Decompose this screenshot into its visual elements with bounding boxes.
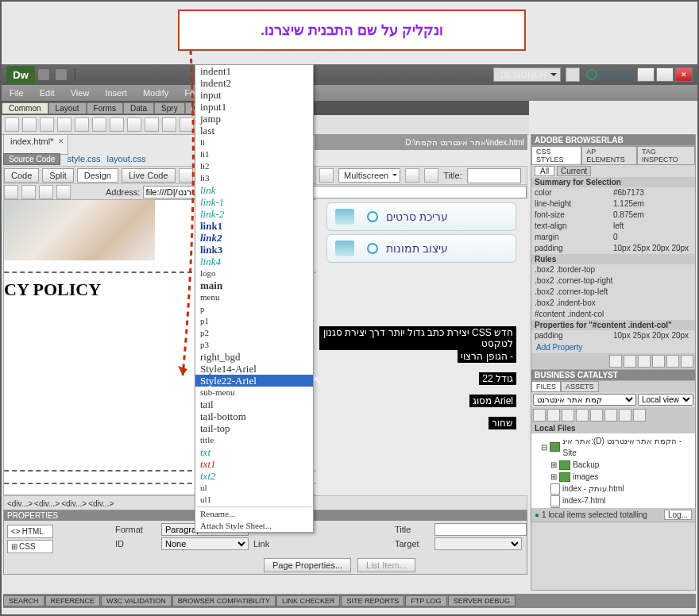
browserlab-panel[interactable]: ADOBE BROWSERLAB xyxy=(531,135,695,145)
class-option[interactable]: title xyxy=(195,434,313,446)
source-code-button[interactable]: Source Code xyxy=(3,153,60,165)
class-option[interactable]: p xyxy=(195,303,313,315)
page-properties-button[interactable]: Page Properties... xyxy=(264,558,351,572)
file-item[interactable]: index - עותק.html xyxy=(535,483,692,495)
menu-item[interactable]: Attach Style Sheet... xyxy=(195,520,313,532)
class-option[interactable]: indent2 xyxy=(195,77,313,89)
class-option[interactable]: Style14-Ariel xyxy=(195,363,313,375)
html-tab[interactable]: <> HTML xyxy=(7,525,53,538)
home-icon[interactable] xyxy=(56,185,71,199)
class-option[interactable]: link2 xyxy=(195,232,313,244)
class-option[interactable]: txt1 xyxy=(195,458,313,470)
extend-icon[interactable] xyxy=(56,69,67,80)
class-option[interactable]: Style22-Ariel↖ xyxy=(195,375,313,387)
class-option[interactable]: link1 xyxy=(195,220,313,232)
back-icon[interactable] xyxy=(4,185,18,199)
class-option[interactable]: sub-menu xyxy=(195,387,313,398)
log-button[interactable]: Log... xyxy=(664,510,692,520)
class-option[interactable]: li1 xyxy=(195,148,313,160)
maximize-button[interactable]: ☐ xyxy=(656,67,674,82)
class-option[interactable]: last xyxy=(195,125,313,137)
css-tab[interactable]: ⊞ CSS xyxy=(7,540,53,553)
menu-item[interactable]: Rename... xyxy=(195,508,313,520)
refresh-icon[interactable] xyxy=(39,185,53,199)
current-button[interactable]: Current xyxy=(557,166,591,176)
class-option[interactable]: p3 xyxy=(195,339,313,351)
css-styles-tab[interactable]: CSS STYLES xyxy=(531,146,581,165)
close-button[interactable]: ✕ xyxy=(675,67,693,82)
tool-icon[interactable] xyxy=(127,117,141,132)
file-item[interactable]: ⊞ images xyxy=(535,471,692,483)
class-option[interactable]: ul1 xyxy=(195,494,313,506)
options-icon[interactable] xyxy=(424,168,438,183)
menu-insert[interactable]: Insert xyxy=(97,88,135,98)
business-catalyst-panel[interactable]: BUSINESS CATALYST xyxy=(531,370,695,380)
target-select[interactable] xyxy=(434,537,522,550)
ap-elements-tab[interactable]: AP ELEMENTS xyxy=(581,146,637,165)
class-option[interactable]: p2 xyxy=(195,327,313,339)
tool-icon[interactable] xyxy=(110,117,124,132)
title-field[interactable] xyxy=(434,523,527,536)
class-option[interactable]: tail-top xyxy=(195,422,313,434)
multiscreen-combo[interactable]: Multiscreen xyxy=(338,168,400,183)
class-option[interactable]: txt2 xyxy=(195,470,313,482)
refresh-icon[interactable] xyxy=(405,168,419,183)
files-tree[interactable]: ⊟ אתר אינ:(D) הקמת אתר אינטרנט - Site ⊞ … xyxy=(531,433,695,508)
close-icon[interactable]: ✕ xyxy=(58,137,64,145)
split-view-button[interactable]: Split xyxy=(42,168,73,183)
files-tab[interactable]: FILES xyxy=(531,381,561,392)
class-option[interactable]: main xyxy=(195,279,313,291)
tool-icon[interactable] xyxy=(22,117,37,132)
class-option[interactable]: li3 xyxy=(195,172,313,184)
tool-icon[interactable] xyxy=(92,117,106,132)
design-view-button[interactable]: Design xyxy=(77,168,118,183)
tag-inspector-tab[interactable]: TAG INSPECTO xyxy=(637,146,695,165)
nav-panel[interactable]: עיצוב תמונות xyxy=(326,234,516,263)
code-view-button[interactable]: Code xyxy=(4,168,39,183)
class-option[interactable]: li2 xyxy=(195,160,313,172)
file-item[interactable]: index-7.html xyxy=(535,495,692,506)
stop-icon[interactable] xyxy=(21,185,36,199)
search-icon[interactable] xyxy=(566,67,580,82)
layout-icon[interactable] xyxy=(38,69,49,80)
related-file[interactable]: style.css xyxy=(67,154,100,164)
tool-icon[interactable] xyxy=(162,117,176,132)
menu-edit[interactable]: Edit xyxy=(32,88,63,98)
id-select[interactable]: None xyxy=(161,537,249,550)
class-option[interactable]: right_bgd xyxy=(195,351,313,363)
class-option[interactable]: indent1 xyxy=(195,65,313,77)
related-file[interactable]: layout.css xyxy=(107,154,146,164)
nav-panel[interactable]: עריכת סרטים xyxy=(326,202,516,231)
class-option[interactable]: menu xyxy=(195,291,313,303)
site-select[interactable]: קמת אתר אינטרנט xyxy=(533,394,636,406)
tree-root[interactable]: ⊟ אתר אינ:(D) הקמת אתר אינטרנט - Site xyxy=(535,435,692,459)
class-option[interactable]: ul xyxy=(195,482,313,494)
class-option[interactable]: link3 xyxy=(195,244,313,256)
class-option[interactable]: jamp xyxy=(195,113,313,125)
class-option[interactable]: link4 xyxy=(195,256,313,268)
menu-view[interactable]: View xyxy=(63,88,98,98)
tool-icon[interactable] xyxy=(75,117,89,132)
add-property-link[interactable]: Add Property xyxy=(531,341,695,353)
all-button[interactable]: All xyxy=(535,166,554,176)
tool-icon[interactable] xyxy=(180,117,194,132)
class-option[interactable]: txt xyxy=(195,446,313,458)
class-option[interactable]: tail xyxy=(195,398,313,410)
class-option[interactable]: input xyxy=(195,89,313,101)
class-option[interactable]: tail-bottom xyxy=(195,410,313,422)
menu-modify[interactable]: Modify xyxy=(135,88,176,98)
design-canvas-right[interactable]: עריכת סרטים עיצוב תמונות יצירת כתב גדול … xyxy=(315,199,527,495)
class-option[interactable]: link-1 xyxy=(195,196,313,208)
class-option[interactable]: input1 xyxy=(195,101,313,113)
live-code-button[interactable]: Live Code xyxy=(122,168,176,183)
class-option[interactable]: li xyxy=(195,137,313,148)
workspace-combo[interactable]: DESIGNER xyxy=(493,67,561,82)
list-item-button[interactable]: List Item... xyxy=(357,558,415,572)
class-dropdown[interactable]: indent1indent2inputinput1jamplastlili1li… xyxy=(195,64,314,533)
cslive-link[interactable]: CS Live xyxy=(586,69,631,80)
assets-tab[interactable]: ASSETS xyxy=(561,381,599,392)
class-option[interactable]: p1 xyxy=(195,315,313,327)
file-item[interactable]: ⊞ Backup xyxy=(535,459,692,471)
tool-icon[interactable] xyxy=(40,117,54,132)
menu-file[interactable]: File xyxy=(2,88,32,98)
